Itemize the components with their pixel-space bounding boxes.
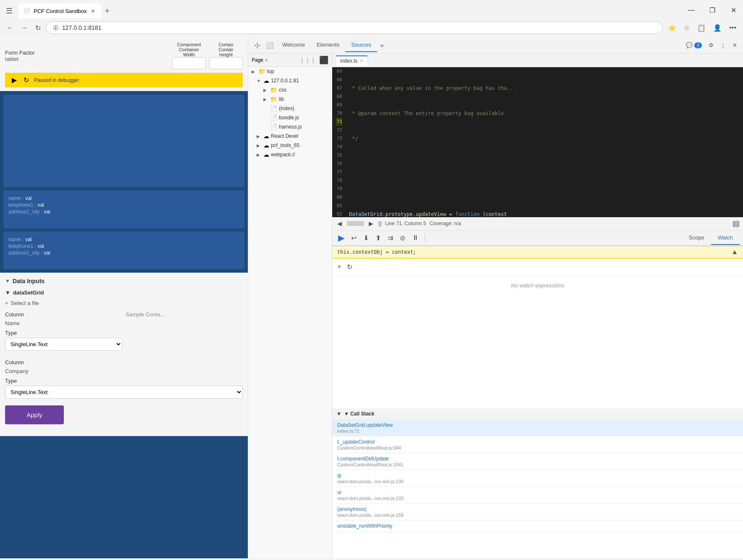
resume-execution-button[interactable]: ▶: [336, 231, 347, 245]
line-numbers: 65 66 67 68 69 70 71 72 73 74 75 76: [332, 67, 346, 217]
file-tree-menu-button[interactable]: ⋮⋮⋮: [298, 56, 318, 64]
close-devtools-button[interactable]: ✕: [730, 40, 740, 50]
page-tab-label[interactable]: Page: [252, 57, 263, 63]
type2-select[interactable]: SingleLine.Text: [5, 386, 243, 399]
app-panel: Form Factor tablet Component Container W…: [0, 37, 248, 558]
tab-elements[interactable]: Elements: [311, 38, 345, 52]
refresh-button[interactable]: ↻: [33, 22, 43, 34]
tab-sources[interactable]: Sources: [345, 38, 377, 52]
cs-file-0: index.ts:71: [337, 429, 738, 434]
back-button[interactable]: ←: [4, 22, 16, 33]
pause-on-exception-button[interactable]: ⏸: [410, 232, 421, 243]
step-out-button[interactable]: ⬆: [373, 232, 383, 244]
code-line-69: [349, 185, 740, 193]
watch-tab[interactable]: Watch: [711, 231, 740, 245]
step-over-button[interactable]: ↩: [349, 232, 359, 244]
tree-label-index: (index): [279, 105, 294, 111]
console-button[interactable]: 💬 3: [683, 40, 704, 50]
step-into-button[interactable]: ⬇: [361, 232, 371, 244]
type1-select[interactable]: SingleLine.Text: [5, 338, 122, 351]
call-stack-header[interactable]: ▼ ▼ Call Stack: [332, 408, 743, 420]
data-card-3[interactable]: name : val telephone1 : val address1_cit…: [3, 231, 244, 269]
scope-tab[interactable]: Scope: [682, 231, 711, 245]
code-tab-index[interactable]: index.ts ✕: [336, 55, 368, 66]
devtools-more-tabs[interactable]: »: [377, 39, 387, 52]
deactivate-breakpoints-button[interactable]: ⊘: [397, 232, 408, 244]
call-stack-label: ▼ Call Stack: [344, 411, 375, 417]
cs-item-3[interactable]: qi react-dom.produ...ion.min.js:130: [332, 470, 743, 487]
data-card-2[interactable]: name : val telephone1 : val address1_cit…: [3, 190, 244, 228]
address-bar[interactable]: 🛈 127.0.0.1:8181: [46, 21, 663, 34]
step-button[interactable]: ⇉: [385, 232, 396, 244]
console-badge: 3: [694, 42, 702, 48]
cs-item-2[interactable]: t.componentDidUpdate CustomControlHostRo…: [332, 453, 743, 470]
cs-item-5[interactable]: (anonymous) react-dom.produ...ion.min.js…: [332, 504, 743, 521]
tree-item-webpack[interactable]: ▶ ☁ webpack://: [248, 150, 332, 159]
cs-item-4[interactable]: ui react-dom.produ...ion.min.js:133: [332, 487, 743, 504]
forward-button[interactable]: →: [18, 22, 30, 33]
tree-item-bundle[interactable]: 📄 bundle.js: [248, 113, 332, 122]
tree-item-harness[interactable]: 📄 harness.js: [248, 122, 332, 131]
profile-button[interactable]: 👤: [711, 22, 724, 34]
tree-item-origin[interactable]: ▼ ☁ 127.0.0.1:81: [248, 76, 332, 85]
bundle-file-icon: 📄: [270, 114, 277, 121]
cs-item-0[interactable]: DataSetGrid.updateView index.ts:71: [332, 420, 743, 436]
container-height-input[interactable]: [209, 57, 243, 69]
resume-button[interactable]: ▶: [10, 75, 18, 85]
refresh-watch-button[interactable]: ↻: [345, 261, 354, 273]
tree-item-top[interactable]: ▶ 📁 top: [248, 67, 332, 76]
close-button[interactable]: ✕: [724, 3, 743, 17]
data-inputs-header[interactable]: ▼ Data Inputs: [5, 278, 243, 284]
type2-label: Type: [5, 378, 243, 384]
cs-func-4: ui: [337, 489, 738, 495]
tree-item-index[interactable]: 📄 (index): [248, 104, 332, 113]
scroll-thumb[interactable]: [347, 221, 364, 226]
scope-watch-tabs: Scope Watch: [682, 231, 740, 245]
dataset-grid-header[interactable]: ▼ dataSetGrid: [5, 289, 243, 296]
tab-close-button[interactable]: ✕: [90, 7, 96, 15]
select-file-row[interactable]: + Select a file: [5, 300, 243, 306]
bookmark-button[interactable]: ☆: [681, 22, 692, 34]
code-tab-close[interactable]: ✕: [360, 58, 363, 63]
code-tab-label: index.ts: [340, 58, 357, 64]
dataset-grid-label: dataSetGrid: [13, 289, 44, 296]
tree-item-pcf[interactable]: ▶ ☁ pcf_tools_65: [248, 141, 332, 150]
add-watch-button[interactable]: +: [336, 261, 343, 272]
cs-item-6[interactable]: unstable_runWithPriority: [332, 521, 743, 532]
folder-icon: 📁: [258, 68, 265, 75]
device-mode-button[interactable]: ⬜: [263, 39, 276, 51]
maximize-button[interactable]: ❐: [703, 3, 722, 17]
tree-label-css: css: [279, 87, 286, 93]
inspect-element-button[interactable]: ⊹: [252, 39, 263, 52]
card-field-phone: telephone1 : val: [8, 202, 239, 208]
tree-label-origin: 127.0.0.1:81: [271, 78, 299, 84]
file-tree-more[interactable]: »: [265, 57, 268, 63]
apply-button[interactable]: Apply: [5, 405, 64, 424]
favorites-button[interactable]: ⭐: [665, 22, 679, 34]
sidebar-toggle-button[interactable]: ☰: [3, 5, 15, 17]
curly-braces-icon[interactable]: {}: [378, 221, 382, 226]
tree-label-top: top: [267, 68, 274, 74]
minimize-button[interactable]: —: [682, 3, 701, 17]
tab-welcome[interactable]: Welcome: [276, 38, 311, 52]
debug-toolbar: ▶ ↩ ⬇ ⬆ ⇉ ⊘ ⏸ Scope Watch: [332, 231, 743, 246]
collections-button[interactable]: 📋: [695, 22, 708, 34]
container-width-input[interactable]: [172, 57, 206, 69]
browser-tab[interactable]: 📄 PCF Control Sandbox ✕: [18, 3, 101, 18]
card-field-name: name : val: [8, 195, 239, 201]
code-editor[interactable]: 65 66 67 68 69 70 71 72 73 74 75 76: [332, 67, 743, 217]
step-over-button[interactable]: ↻: [22, 75, 31, 85]
settings-menu-button[interactable]: •••: [727, 22, 739, 34]
tree-item-css[interactable]: ▶ 📁 css: [248, 85, 332, 95]
more-tools-button[interactable]: ⋮: [718, 40, 728, 50]
toggle-right-panel-button[interactable]: ▶: [367, 219, 375, 228]
cs-item-1[interactable]: t._updateControl CustomControlHostRoot.j…: [332, 436, 743, 453]
new-tab-button[interactable]: +: [101, 3, 113, 18]
settings-button[interactable]: ⚙: [706, 40, 716, 50]
mini-map-button[interactable]: ▤: [732, 219, 740, 228]
expand-current-line-button[interactable]: ▲: [731, 248, 738, 256]
file-tree-sidebar-toggle[interactable]: ⬛: [319, 55, 328, 65]
toggle-left-panel-button[interactable]: ◀: [336, 219, 344, 228]
tree-item-react[interactable]: ▶ ☁ React Devel: [248, 131, 332, 141]
tree-item-lib[interactable]: ▶ 📁 lib: [248, 95, 332, 104]
